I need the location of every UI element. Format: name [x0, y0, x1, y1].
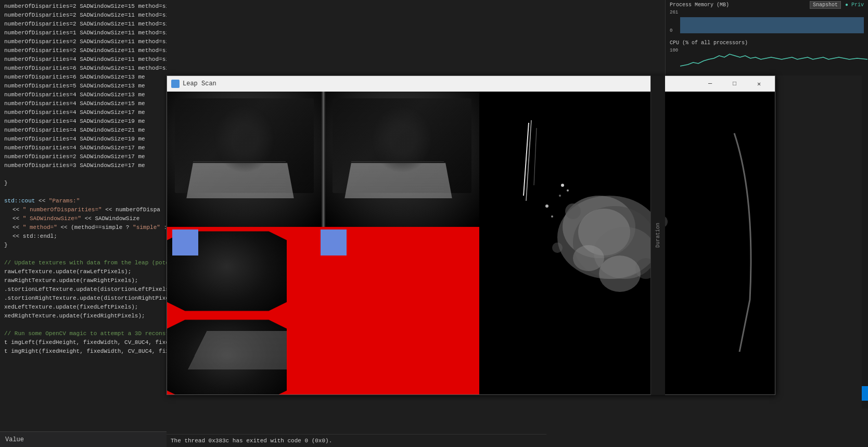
code-line: t imgLeft(fixedHeight, fixedWidth, CV_8U…	[4, 338, 162, 347]
right-camera-view	[325, 92, 480, 227]
code-line: numberOfDisparities=2 SADWindowSize=11 m…	[4, 11, 162, 20]
code-line: << std::endl;	[4, 232, 162, 241]
depth-map-svg	[479, 92, 775, 394]
minimize-button[interactable]: —	[698, 76, 722, 92]
svg-point-11	[552, 242, 563, 253]
memory-chart-top	[680, 10, 864, 17]
cpu-max: 100	[670, 48, 678, 53]
code-line: numberOfDisparities=4 SADWindowSize=21 m…	[4, 126, 162, 135]
code-line: numberOfDisparities=1 SADWindowSize=11 m…	[4, 29, 162, 37]
code-line: numberOfDisparities=3 SADWindowSize=17 m…	[4, 161, 162, 170]
code-line: rawRightTexture.update(rawRightPixels);	[4, 276, 162, 285]
code-line: xedLeftTexture.update(fixedLeftPixels);	[4, 303, 162, 312]
code-line	[4, 321, 162, 329]
code-line: numberOfDisparities=4 SADWindowSize=19 m…	[4, 117, 162, 126]
code-line: }	[4, 179, 162, 188]
code-line: std::cout << "Params:"	[4, 197, 162, 206]
code-line: numberOfDisparities=4 SADWindowSize=11 m…	[4, 55, 162, 64]
blue-square-right	[321, 229, 347, 256]
code-line: << " numberOfDisparities=" << numberOfDi…	[4, 206, 162, 214]
code-line: .stortionRightTexture.update(distortionR…	[4, 294, 162, 303]
memory-title: Process Memory (MB)	[670, 2, 729, 8]
memory-min: 0	[670, 28, 672, 33]
code-comment: // Run some OpenCV magic to attempt a 3D…	[4, 329, 162, 338]
camera-section	[167, 92, 479, 394]
code-line: numberOfDisparities=4 SADWindowSize=13 m…	[4, 91, 162, 99]
code-line: numberOfDisparities=4 SADWindowSize=19 m…	[4, 135, 162, 144]
blue-square-left	[172, 229, 198, 256]
priv-indicator: ● Priv	[845, 2, 864, 8]
value-label: Value	[5, 436, 24, 443]
code-line: numberOfDisparities=2 SADWindowSize=17 m…	[4, 152, 162, 161]
memory-max: 261	[670, 10, 678, 15]
svg-point-15	[561, 184, 564, 187]
cpu-chart	[680, 48, 868, 73]
window-titlebar: Leap Scan — □ ✕	[167, 76, 775, 92]
leap-scan-window: Leap Scan — □ ✕	[167, 75, 775, 395]
svg-point-14	[573, 245, 604, 271]
code-line: numberOfDisparities=6 SADWindowSize=13 m…	[4, 73, 162, 82]
svg-point-17	[559, 195, 561, 197]
code-line	[4, 188, 162, 197]
figure-silhouette	[213, 105, 275, 173]
code-line: << " method=" << (method==simple ? "simp…	[4, 223, 162, 232]
value-bar: Value	[0, 431, 167, 447]
duration-label: Duration	[655, 223, 661, 248]
code-line: t imgRight(fixedHeight, fixedWidth, CV_8…	[4, 347, 162, 356]
figure-silhouette-r	[371, 105, 433, 173]
code-line: rawLeftTexture.update(rawLeftPixels);	[4, 267, 162, 276]
window-icon	[171, 80, 180, 88]
svg-point-9	[565, 203, 581, 219]
left-camera-view	[167, 92, 322, 227]
snapshot-btn[interactable]: Snapshot	[810, 1, 841, 9]
window-controls: — □ ✕	[698, 76, 771, 92]
svg-point-16	[567, 189, 569, 191]
svg-point-13	[599, 256, 641, 292]
code-line: numberOfDisparities=2 SADWindowSize=11 m…	[4, 46, 162, 55]
performance-panel: Process Memory (MB) Snapshot ● Priv 261 …	[665, 0, 868, 75]
distorted-img-right	[167, 315, 287, 394]
code-line: numberOfDisparities=4 SADWindowSize=17 m…	[4, 108, 162, 117]
depth-map	[479, 92, 775, 394]
code-output-lines: numberOfDisparities=2 SADWindowSize=15 m…	[0, 0, 167, 358]
code-line: numberOfDisparities=4 SADWindowSize=17 m…	[4, 144, 162, 152]
status-message: The thread 0x383c has exited with code 0…	[171, 438, 332, 444]
code-line: << " SADWindowSize=" << SADWindowSize	[4, 214, 162, 223]
code-comment: // Update textures with data from the le…	[4, 259, 162, 267]
memory-section: Process Memory (MB) Snapshot ● Priv 261 …	[666, 0, 868, 36]
duration-panel: Duration	[650, 75, 665, 395]
cpu-title: CPU (% of all processors)	[670, 40, 748, 46]
window-content	[167, 92, 775, 394]
distorted-sheet-r	[188, 331, 427, 369]
distortion-section	[167, 227, 479, 394]
code-line	[4, 170, 162, 179]
code-line: numberOfDisparities=2 SADWindowSize=15 m…	[4, 2, 162, 11]
code-panel: numberOfDisparities=2 SADWindowSize=15 m…	[0, 0, 167, 447]
depth-map-section	[479, 92, 775, 394]
status-bar: The thread 0x383c has exited with code 0…	[167, 434, 546, 447]
code-line: numberOfDisparities=2 SADWindowSize=11 m…	[4, 20, 162, 29]
svg-point-19	[551, 215, 553, 218]
memory-chart-fill	[680, 17, 864, 33]
right-scrollbar[interactable]	[862, 75, 868, 408]
code-line: numberOfDisparities=6 SADWindowSize=11 m…	[4, 64, 162, 73]
raw-camera-views	[167, 92, 479, 227]
close-button[interactable]: ✕	[747, 76, 771, 92]
code-line: numberOfDisparities=5 SADWindowSize=13 m…	[4, 82, 162, 91]
code-line: .stortionLeftTexture.update(distortionLe…	[4, 285, 162, 294]
code-line: numberOfDisparities=4 SADWindowSize=15 m…	[4, 99, 162, 108]
code-line: numberOfDisparities=2 SADWindowSize=11 m…	[4, 37, 162, 46]
camera-divider	[323, 92, 324, 227]
distorted-camera-right	[167, 315, 287, 394]
left-camera-image	[167, 92, 322, 227]
right-camera-image	[325, 92, 480, 227]
window-title: Leap Scan	[183, 80, 216, 87]
cpu-section: CPU (% of all processors) 100	[666, 36, 868, 73]
maximize-button[interactable]: □	[723, 76, 746, 92]
code-line: }	[4, 241, 162, 250]
code-line: xedRightTexture.update(fixedRightPixels)…	[4, 312, 162, 321]
code-line	[4, 250, 162, 259]
scrollbar-thumb[interactable]	[862, 386, 868, 401]
svg-point-18	[545, 205, 548, 208]
